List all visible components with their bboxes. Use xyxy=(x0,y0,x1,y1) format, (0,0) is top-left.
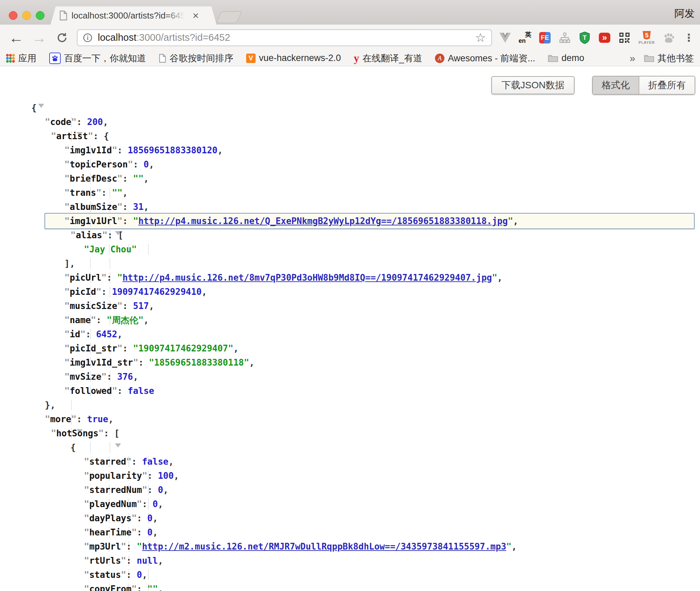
sitemap-extension-icon[interactable] xyxy=(558,30,571,45)
format-button[interactable]: 格式化 xyxy=(593,76,639,94)
json-token: " xyxy=(508,216,513,226)
json-token: , xyxy=(168,457,174,467)
json-token: " xyxy=(64,386,70,396)
json-row: "Jay Chou" xyxy=(0,242,700,256)
json-link[interactable]: http://m2.music.126.net/RMJR7wDullRqppBk… xyxy=(142,541,506,552)
json-token: , xyxy=(149,301,154,311)
json-link[interactable]: http://p4.music.126.net/Q_ExePNkmgB2yWyL… xyxy=(138,216,508,226)
tampermonkey-shield-extension-icon[interactable]: T xyxy=(578,30,591,45)
bookmarks-overflow-chevron[interactable]: » xyxy=(630,53,635,64)
bookmark-item[interactable]: 谷歌按时间排序 xyxy=(159,52,233,64)
bookmark-item[interactable]: AAwesomes - 前端资... xyxy=(435,52,535,64)
bookmark-item[interactable]: Vvue-hackernews-2.0 xyxy=(246,53,341,63)
json-token: : xyxy=(138,357,149,368)
download-json-button[interactable]: 下载JSON数据 xyxy=(491,76,575,94)
bookmark-item[interactable]: demo xyxy=(548,53,584,63)
json-token: " xyxy=(84,485,89,495)
json-token: : xyxy=(133,159,144,169)
bookmark-item[interactable]: y在线翻译_有道 xyxy=(354,52,422,64)
json-row: "topicPerson": 0, xyxy=(0,157,700,172)
json-row: "status": 0, xyxy=(0,568,700,582)
json-token: 0 xyxy=(144,159,149,169)
vue-icon: V xyxy=(246,54,256,63)
collapse-all-button[interactable]: 折叠所有 xyxy=(639,76,695,94)
json-token: , xyxy=(144,174,149,184)
json-token: "" xyxy=(112,188,122,198)
other-bookmarks-folder[interactable]: 其他书签 xyxy=(644,52,694,64)
bookmark-item[interactable]: 百度一下，你就知道 xyxy=(49,52,146,64)
browser-tab[interactable]: localhost:3000/artists?id=645 × xyxy=(51,6,216,25)
json-token: : xyxy=(108,230,118,240)
video-speed-extension-icon[interactable]: » xyxy=(598,30,611,45)
url-text[interactable]: localhost:3000/artists?id=6452 xyxy=(98,32,471,43)
json-token: " xyxy=(101,273,107,283)
json-token: trans xyxy=(70,188,96,198)
json-token: : xyxy=(86,329,96,339)
json-row: "rtUrls": null, xyxy=(0,554,700,568)
qr-code-extension-icon[interactable] xyxy=(618,30,631,45)
json-token: " xyxy=(137,541,142,552)
baidu-paw-icon xyxy=(49,53,61,64)
reload-button[interactable] xyxy=(56,32,68,44)
address-bar[interactable]: localhost:3000/artists?id=6452 ☆ xyxy=(77,29,492,46)
json-token: " xyxy=(101,372,107,382)
translate-extension-icon[interactable]: 英 en xyxy=(519,30,531,45)
json-token: false xyxy=(128,386,154,396)
collapse-toggle-icon[interactable] xyxy=(38,104,44,118)
indent-guide xyxy=(110,258,110,269)
html5-player-extension-icon[interactable]: 5 PLAYER xyxy=(638,30,655,45)
json-token: " xyxy=(84,457,89,467)
json-row: "more": true, xyxy=(0,412,700,426)
json-token: : xyxy=(137,584,147,591)
tab-close-icon[interactable]: × xyxy=(193,10,199,21)
profile-name[interactable]: 阿发 xyxy=(674,7,695,21)
json-token: alias xyxy=(76,230,102,240)
bookmark-item[interactable]: 应用 xyxy=(6,52,36,64)
indent-guide xyxy=(110,442,110,453)
json-row: "picUrl": "http://p4.music.126.net/8mv7q… xyxy=(0,271,700,285)
json-token: " xyxy=(506,541,512,552)
json-token: : xyxy=(101,188,112,198)
json-token: , xyxy=(103,117,108,127)
fe-extension-icon[interactable]: FE xyxy=(538,30,551,45)
page-favicon-icon xyxy=(59,10,67,21)
zoom-window-button[interactable] xyxy=(36,11,45,20)
json-row: "followed": false xyxy=(0,384,700,398)
json-token: " xyxy=(80,329,86,339)
json-token: : xyxy=(137,513,147,523)
json-token: " xyxy=(132,513,137,523)
new-tab-button[interactable] xyxy=(215,11,242,23)
bookmark-star-icon[interactable]: ☆ xyxy=(475,31,486,45)
close-window-button[interactable] xyxy=(9,11,18,20)
json-token: dayPlays xyxy=(89,513,132,523)
json-token: { xyxy=(104,131,109,141)
collapse-toggle-icon[interactable] xyxy=(115,443,121,458)
json-token: picId_str xyxy=(70,343,117,353)
json-token: 0 xyxy=(147,527,153,537)
json-token: : xyxy=(122,202,133,212)
json-token: : xyxy=(104,428,114,438)
json-token: playedNum xyxy=(89,499,137,509)
json-token: 0 xyxy=(137,570,142,580)
json-link[interactable]: http://p4.music.126.net/8mv7qP30Pd3oHW8b… xyxy=(122,273,492,283)
json-row: { xyxy=(0,101,700,115)
json-token: , xyxy=(108,414,114,424)
json-token: " xyxy=(84,556,89,566)
json-token: " xyxy=(117,343,123,353)
json-token: " xyxy=(121,570,126,580)
json-row: "code": 200, xyxy=(0,115,700,129)
page-info-icon[interactable] xyxy=(83,33,92,42)
browser-window: localhost:3000/artists?id=645 × 阿发 ← → l… xyxy=(0,0,700,591)
browser-menu-icon[interactable]: ⋮ xyxy=(682,30,695,45)
indent-guide xyxy=(71,400,72,410)
json-token: " xyxy=(84,584,89,591)
json-token: " xyxy=(96,188,101,198)
paw-extension-icon[interactable] xyxy=(663,30,675,45)
json-token: : xyxy=(126,556,137,566)
json-token: musicSize xyxy=(70,301,117,311)
json-token: : xyxy=(122,174,133,184)
vue-devtools-extension-icon[interactable] xyxy=(499,30,512,45)
minimize-window-button[interactable] xyxy=(22,11,31,20)
back-button[interactable]: ← xyxy=(9,30,24,45)
json-token: , xyxy=(117,329,123,339)
